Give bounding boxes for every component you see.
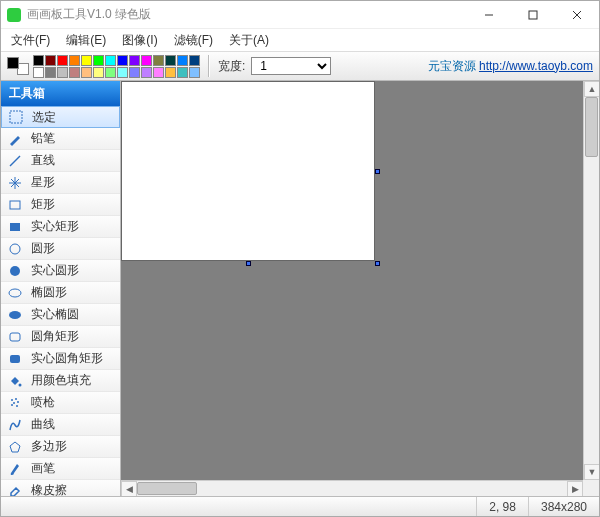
rect-icon	[7, 198, 23, 212]
brush-icon	[7, 462, 23, 476]
svg-point-21	[13, 402, 15, 404]
svg-point-19	[11, 399, 13, 401]
tool-rect[interactable]: 矩形	[1, 194, 120, 216]
palette-swatch[interactable]	[177, 67, 188, 78]
menu-image[interactable]: 图像(I)	[116, 30, 163, 51]
palette-swatch[interactable]	[141, 55, 152, 66]
canvas[interactable]	[121, 81, 375, 261]
palette-swatch[interactable]	[57, 55, 68, 66]
palette-swatch[interactable]	[117, 67, 128, 78]
tool-polygon[interactable]: 多边形	[1, 436, 120, 458]
tool-star[interactable]: 星形	[1, 172, 120, 194]
tool-brush[interactable]: 画笔	[1, 458, 120, 480]
scroll-up-button[interactable]: ▲	[584, 81, 599, 97]
toolbox-sidebar: 工具箱 选定铅笔直线星形矩形实心矩形圆形实心圆形椭圆形实心椭圆圆角矩形实心圆角矩…	[1, 81, 121, 496]
fill-icon	[7, 374, 23, 388]
polygon-icon	[7, 440, 23, 454]
svg-point-23	[11, 404, 13, 406]
palette-swatch[interactable]	[105, 67, 116, 78]
tool-pencil[interactable]: 铅笔	[1, 128, 120, 150]
tool-circle[interactable]: 圆形	[1, 238, 120, 260]
scrollbar-vertical[interactable]: ▲ ▼	[583, 81, 599, 480]
color-fgbg[interactable]	[7, 57, 29, 75]
palette-swatch[interactable]	[69, 67, 80, 78]
palette-swatch[interactable]	[165, 67, 176, 78]
svg-rect-16	[10, 333, 20, 341]
tool-label: 选定	[32, 109, 56, 126]
tool-label: 铅笔	[31, 130, 55, 147]
palette-swatch[interactable]	[93, 55, 104, 66]
palette-swatch[interactable]	[33, 67, 44, 78]
scroll-down-button[interactable]: ▼	[584, 464, 599, 480]
status-position: 2, 98	[476, 497, 528, 516]
tool-label: 圆形	[31, 240, 55, 257]
canvas-viewport[interactable]	[121, 81, 583, 480]
palette-swatch[interactable]	[129, 55, 140, 66]
tool-label: 曲线	[31, 416, 55, 433]
resize-handle-right[interactable]	[375, 169, 380, 174]
palette-swatch[interactable]	[153, 55, 164, 66]
palette-swatch[interactable]	[189, 67, 200, 78]
palette-swatch[interactable]	[141, 67, 152, 78]
tool-fillrect[interactable]: 实心矩形	[1, 216, 120, 238]
tool-fillellipse[interactable]: 实心椭圆	[1, 304, 120, 326]
close-button[interactable]	[555, 1, 599, 29]
credit-link[interactable]: http://www.taoyb.com	[479, 59, 593, 73]
scrollbar-horizontal[interactable]: ◀ ▶	[121, 480, 583, 496]
tool-fillroundrect[interactable]: 实心圆角矩形	[1, 348, 120, 370]
svg-marker-25	[10, 442, 20, 452]
scroll-right-button[interactable]: ▶	[567, 481, 583, 496]
palette-swatch[interactable]	[81, 67, 92, 78]
palette-swatch[interactable]	[81, 55, 92, 66]
palette-swatch[interactable]	[45, 55, 56, 66]
select-icon	[8, 110, 24, 124]
star-icon	[7, 176, 23, 190]
circle-icon	[7, 242, 23, 256]
palette-swatch[interactable]	[189, 55, 200, 66]
tool-spray[interactable]: 喷枪	[1, 392, 120, 414]
palette-swatch[interactable]	[69, 55, 80, 66]
main-area: 工具箱 选定铅笔直线星形矩形实心矩形圆形实心圆形椭圆形实心椭圆圆角矩形实心圆角矩…	[1, 81, 599, 496]
tool-eraser[interactable]: 橡皮擦	[1, 480, 120, 496]
palette-swatch[interactable]	[105, 55, 116, 66]
palette-swatch[interactable]	[33, 55, 44, 66]
menu-edit[interactable]: 编辑(E)	[60, 30, 112, 51]
tool-select[interactable]: 选定	[1, 106, 120, 128]
palette-swatch[interactable]	[153, 67, 164, 78]
resize-handle-bottom[interactable]	[246, 261, 251, 266]
tool-line[interactable]: 直线	[1, 150, 120, 172]
tool-curve[interactable]: 曲线	[1, 414, 120, 436]
menu-about[interactable]: 关于(A)	[223, 30, 275, 51]
menu-file[interactable]: 文件(F)	[5, 30, 56, 51]
svg-point-15	[9, 311, 21, 319]
menu-filter[interactable]: 滤镜(F)	[168, 30, 219, 51]
palette-swatch[interactable]	[117, 55, 128, 66]
tool-roundrect[interactable]: 圆角矩形	[1, 326, 120, 348]
palette-swatch[interactable]	[129, 67, 140, 78]
palette-swatch[interactable]	[45, 67, 56, 78]
scroll-left-button[interactable]: ◀	[121, 481, 137, 496]
tool-label: 实心圆形	[31, 262, 79, 279]
svg-rect-1	[529, 11, 537, 19]
scroll-thumb-h[interactable]	[137, 482, 197, 495]
status-size: 384x280	[528, 497, 599, 516]
tool-ellipse[interactable]: 椭圆形	[1, 282, 120, 304]
fillcircle-icon	[7, 264, 23, 278]
palette-swatch[interactable]	[57, 67, 68, 78]
width-label: 宽度:	[218, 58, 245, 75]
width-select[interactable]: 1	[251, 57, 331, 75]
maximize-button[interactable]	[511, 1, 555, 29]
roundrect-icon	[7, 330, 23, 344]
palette-swatch[interactable]	[165, 55, 176, 66]
tool-fillcircle[interactable]: 实心圆形	[1, 260, 120, 282]
fillroundrect-icon	[7, 352, 23, 366]
scroll-thumb-v[interactable]	[585, 97, 598, 157]
palette-swatch[interactable]	[177, 55, 188, 66]
fg-color-swatch[interactable]	[7, 57, 19, 69]
minimize-button[interactable]	[467, 1, 511, 29]
tool-fill[interactable]: 用颜色填充	[1, 370, 120, 392]
resize-handle-corner[interactable]	[375, 261, 380, 266]
window-title: 画画板工具V1.0 绿色版	[27, 6, 467, 23]
palette-swatch[interactable]	[93, 67, 104, 78]
tool-label: 矩形	[31, 196, 55, 213]
